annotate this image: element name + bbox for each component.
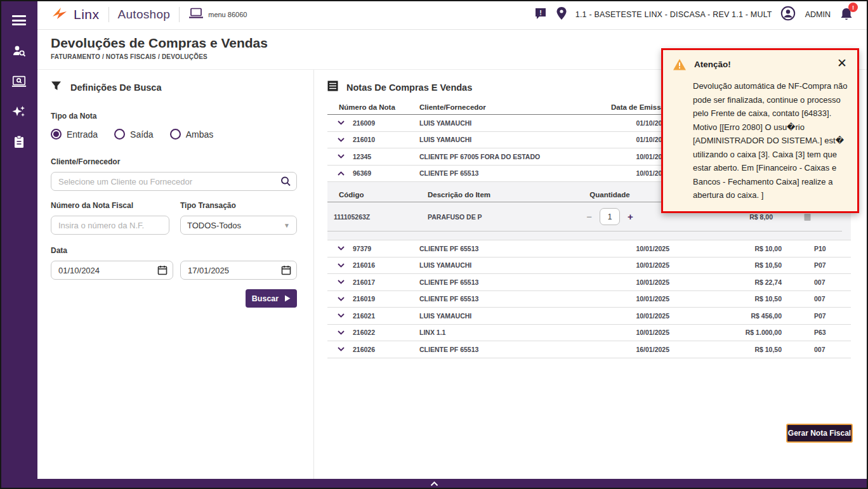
environment-label: 1.1 - BASETESTE LINX - DISCASA - REV 1.1… xyxy=(575,10,772,19)
user-search-icon[interactable] xyxy=(11,43,27,58)
nota-serie: P07 xyxy=(782,261,851,269)
table-row[interactable]: 216017 CLIENTE PF 65513 10/01/2025 R$ 22… xyxy=(327,274,851,291)
chevron-down-icon[interactable] xyxy=(338,154,345,159)
nota-serie: 007 xyxy=(782,295,851,303)
user-avatar-icon[interactable] xyxy=(780,6,796,23)
close-icon[interactable]: ✕ xyxy=(837,58,847,68)
chevron-down-icon[interactable] xyxy=(338,313,345,318)
buscar-button[interactable]: Buscar xyxy=(246,289,297,308)
nota-serie: P07 xyxy=(782,312,851,320)
nota-valor: R$ 10,50 xyxy=(669,261,782,269)
table-row[interactable]: 97379 CLIENTE PF 65513 10/01/2025 R$ 10,… xyxy=(327,240,851,258)
search-panel-title: Definições De Busca xyxy=(70,82,161,93)
nota-serie: P10 xyxy=(782,245,851,252)
nota-cliente: LUIS YAMAUCHI xyxy=(419,136,610,143)
table-row[interactable]: 216016 LUIS YAMAUCHI 10/01/2025 R$ 10,50… xyxy=(327,258,851,275)
bell-icon[interactable]: ! xyxy=(839,6,855,23)
date-from-input[interactable] xyxy=(51,261,173,280)
nota-data-emissao: 10/01/2025 xyxy=(610,153,669,160)
chat-alert-icon[interactable]: ! xyxy=(534,6,548,23)
radio-ambas-label: Ambas xyxy=(186,129,214,140)
nota-valor: R$ 10,50 xyxy=(669,346,782,353)
tipo-transacao-label: Tipo Transação xyxy=(180,201,297,210)
nota-cliente: CLIENTE PF 65513 xyxy=(419,346,610,353)
radio-entrada[interactable]: Entrada xyxy=(51,129,98,140)
table-row[interactable]: 216019 CLIENTE PF 65513 10/01/2025 R$ 10… xyxy=(327,291,851,308)
radio-entrada-circle[interactable] xyxy=(51,129,62,140)
chevron-down-icon[interactable] xyxy=(338,330,345,335)
chevron-down-icon[interactable] xyxy=(338,246,345,251)
header-codigo: Código xyxy=(327,182,416,202)
nota-data-emissao: 10/01/2025 xyxy=(610,245,669,252)
numero-nf-input[interactable] xyxy=(51,216,169,235)
nota-cliente: CLIENTE PF 65513 xyxy=(419,169,610,177)
table-row[interactable]: 216026 CLIENTE PF 65513 16/01/2025 R$ 10… xyxy=(327,341,851,358)
quantity-decrease-button[interactable]: − xyxy=(586,211,592,222)
table-row[interactable]: 216022 LINX 1.1 10/01/2025 R$ 1.000,00 P… xyxy=(327,325,851,342)
header-quantidade: Quantidade xyxy=(575,182,645,202)
nota-valor: R$ 22,74 xyxy=(669,278,782,286)
date-to-input[interactable] xyxy=(180,261,297,280)
nota-data-emissao: 01/10/2024 xyxy=(610,119,669,127)
tipo-transacao-select[interactable]: TODOS-Todos ▼ xyxy=(180,216,297,235)
chevron-down-icon: ▼ xyxy=(284,222,290,229)
buscar-button-label: Buscar xyxy=(252,294,279,303)
clipboard-icon[interactable] xyxy=(11,134,27,150)
radio-saida[interactable]: Saída xyxy=(114,129,154,140)
chevron-down-icon[interactable] xyxy=(338,280,345,284)
user-name-label: ADMIN xyxy=(805,10,831,19)
nota-numero: 216026 xyxy=(353,346,375,353)
nota-data-emissao: 10/01/2025 xyxy=(610,169,669,177)
quantity-input[interactable] xyxy=(600,208,620,225)
list-icon xyxy=(327,81,338,94)
nota-numero: 216010 xyxy=(353,136,375,143)
nota-data-emissao: 01/10/2024 xyxy=(610,136,669,143)
chevron-down-icon[interactable] xyxy=(338,347,345,351)
nota-data-emissao: 16/01/2025 xyxy=(610,346,669,353)
nota-numero: 216022 xyxy=(353,329,375,336)
nota-data-emissao: 10/01/2025 xyxy=(610,329,669,336)
nota-numero: 216016 xyxy=(353,261,375,269)
gerar-nota-fiscal-button[interactable]: Gerar Nota Fiscal xyxy=(786,424,853,443)
warning-alert: Atenção! ✕ Devolução automática de NF-Co… xyxy=(661,48,859,213)
nota-data-emissao: 10/01/2025 xyxy=(610,312,669,320)
linx-logo-icon xyxy=(51,5,68,24)
nota-cliente: LUIS YAMAUCHI xyxy=(419,119,610,127)
hamburger-menu-icon[interactable] xyxy=(11,13,27,28)
search-icon[interactable] xyxy=(280,176,291,187)
cliente-fornecedor-input[interactable] xyxy=(51,172,297,191)
item-valor: R$ 8,00 xyxy=(645,213,773,221)
radio-saida-circle[interactable] xyxy=(114,129,125,140)
sparkles-icon[interactable] xyxy=(11,104,27,119)
nota-valor: R$ 10,00 xyxy=(669,245,782,252)
chevron-down-icon[interactable] xyxy=(338,138,345,142)
product-name: Autoshop xyxy=(118,8,171,22)
chevron-down-icon[interactable] xyxy=(338,297,345,301)
radio-ambas-circle[interactable] xyxy=(170,129,181,140)
calendar-icon[interactable] xyxy=(281,265,291,275)
divider xyxy=(179,7,180,22)
chevron-up-icon[interactable] xyxy=(338,171,345,176)
sidebar xyxy=(0,0,37,489)
chevron-down-icon[interactable] xyxy=(338,263,345,268)
quantity-increase-button[interactable]: + xyxy=(628,211,633,222)
radio-ambas[interactable]: Ambas xyxy=(170,129,214,140)
nota-data-emissao: 10/01/2025 xyxy=(610,278,669,286)
nota-cliente: CLIENTE PF 65513 xyxy=(419,278,610,286)
chevron-down-icon[interactable] xyxy=(338,121,345,125)
divider xyxy=(109,7,109,22)
nota-cliente: CLIENTE PF 65513 xyxy=(419,295,610,303)
nota-numero: 216017 xyxy=(353,278,375,286)
header-descricao: Descrição do Item xyxy=(416,182,575,202)
warning-triangle-icon xyxy=(673,58,687,74)
nota-numero: 216009 xyxy=(353,119,375,127)
topbar: Linx Autoshop menu 86060 ! 1.1 - BASETES… xyxy=(37,0,868,30)
location-pin-icon[interactable] xyxy=(556,6,567,23)
menu-number-label: menu 86060 xyxy=(208,11,247,18)
table-row[interactable]: 216021 LUIS YAMAUCHI 10/01/2025 R$ 456,0… xyxy=(327,308,851,325)
bottom-bar[interactable] xyxy=(0,479,868,489)
panel-divider xyxy=(313,70,314,479)
screen-search-icon[interactable] xyxy=(11,74,27,89)
chevron-up-icon[interactable] xyxy=(430,481,438,486)
calendar-icon[interactable] xyxy=(157,265,168,275)
